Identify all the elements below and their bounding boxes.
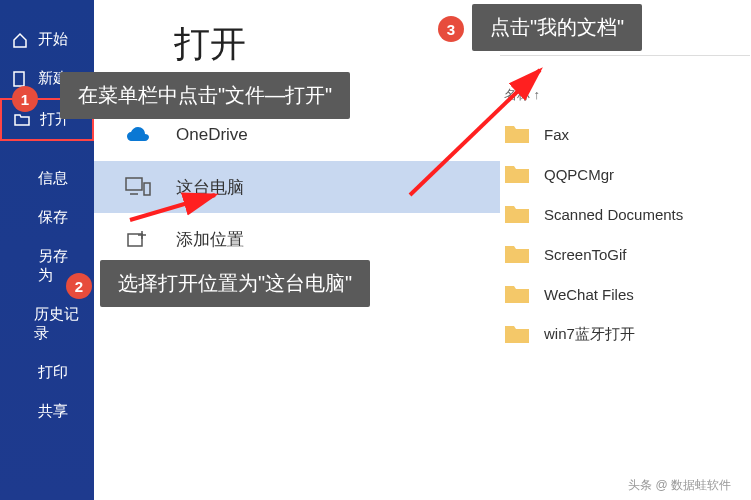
location-label: 这台电脑: [176, 176, 244, 199]
folder-item[interactable]: win7蓝牙打开: [500, 314, 750, 354]
sidebar-label: 打印: [38, 363, 68, 382]
home-icon: [12, 32, 30, 48]
sidebar-label: 共享: [38, 402, 68, 421]
column-header-name[interactable]: 名称 ↑: [500, 56, 750, 114]
folder-item[interactable]: ScreenToGif: [500, 234, 750, 274]
folder-item[interactable]: Scanned Documents: [500, 194, 750, 234]
folder-list: Fax QQPCMgr Scanned Documents ScreenToGi…: [500, 114, 750, 354]
callout-badge-3: 3: [438, 16, 464, 42]
callout-badge-2: 2: [66, 273, 92, 299]
location-label: OneDrive: [176, 125, 248, 145]
folder-icon: [504, 123, 530, 145]
cloud-icon: [124, 121, 152, 149]
pc-icon: [124, 173, 152, 201]
folder-name: QQPCMgr: [544, 166, 614, 183]
svg-rect-2: [144, 183, 150, 195]
folder-item[interactable]: Fax: [500, 114, 750, 154]
location-addplace[interactable]: 添加位置: [94, 213, 500, 265]
callout-2: 选择打开位置为"这台电脑": [100, 260, 370, 307]
right-panel: 我的文档 名称 ↑ Fax QQPCMgr Scanned Documents …: [500, 20, 750, 354]
svg-rect-4: [128, 234, 142, 246]
folder-icon: [504, 163, 530, 185]
folder-name: WeChat Files: [544, 286, 634, 303]
folder-item[interactable]: QQPCMgr: [500, 154, 750, 194]
sidebar-item-start[interactable]: 开始: [0, 20, 94, 59]
sidebar-item-save[interactable]: 保存: [0, 198, 94, 237]
sidebar-label: 保存: [38, 208, 68, 227]
folder-icon: [504, 203, 530, 225]
folder-name: Fax: [544, 126, 569, 143]
sidebar-item-info[interactable]: 信息: [0, 159, 94, 198]
folder-name: Scanned Documents: [544, 206, 683, 223]
add-location-icon: [124, 225, 152, 253]
sidebar-label: 开始: [38, 30, 68, 49]
folder-icon: [504, 323, 530, 345]
svg-rect-0: [14, 72, 24, 86]
sidebar-item-history[interactable]: 历史记录: [0, 295, 94, 353]
sidebar-label: 信息: [38, 169, 68, 188]
callout-1: 在菜单栏中点击"文件—打开": [60, 72, 350, 119]
sidebar-item-print[interactable]: 打印: [0, 353, 94, 392]
folder-item[interactable]: WeChat Files: [500, 274, 750, 314]
folder-icon: [504, 243, 530, 265]
location-thispc[interactable]: 这台电脑: [94, 161, 500, 213]
folder-name: win7蓝牙打开: [544, 325, 635, 344]
new-icon: [12, 71, 30, 87]
folder-name: ScreenToGif: [544, 246, 627, 263]
sidebar-label: 历史记录: [34, 305, 82, 343]
location-label: 添加位置: [176, 228, 244, 251]
sidebar-item-share[interactable]: 共享: [0, 392, 94, 431]
watermark: 头条 @ 数据蛙软件: [628, 477, 731, 494]
folder-icon: [504, 283, 530, 305]
open-folder-icon: [14, 112, 32, 128]
svg-rect-1: [126, 178, 142, 190]
callout-3: 点击"我的文档": [472, 4, 642, 51]
callout-badge-1: 1: [12, 86, 38, 112]
